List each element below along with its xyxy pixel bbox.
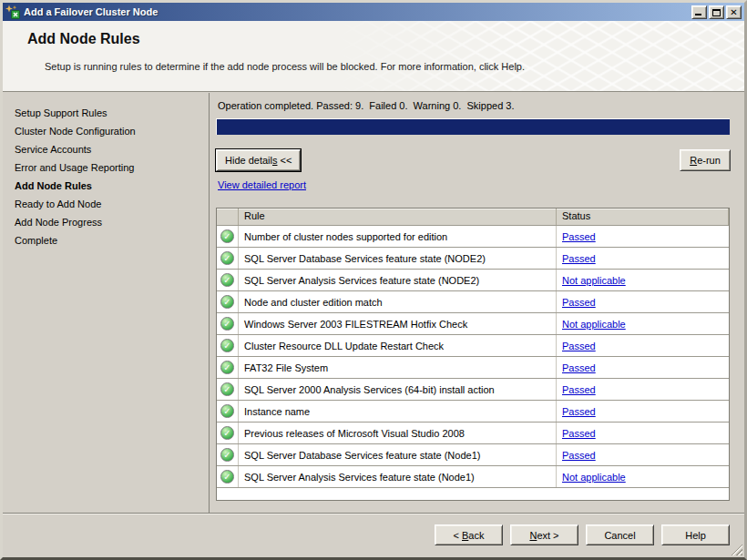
sidebar-step-item: Add Node Progress <box>15 213 209 231</box>
sidebar-step-label: Service Accounts <box>15 144 91 155</box>
sidebar-step-item: Complete <box>15 231 209 249</box>
sidebar-step-label: Complete <box>15 235 57 246</box>
rule-name-cell: Previous releases of Microsoft Visual St… <box>239 423 557 443</box>
sidebar-step-label: Setup Support Rules <box>15 107 107 118</box>
column-header-rule: Rule <box>239 209 557 225</box>
rule-name-cell: SQL Server Analysis Services feature sta… <box>239 466 557 487</box>
status-link[interactable]: Passed <box>562 253 596 264</box>
status-link[interactable]: Passed <box>562 297 596 308</box>
page-header: Add Node Rules Setup is running rules to… <box>3 21 744 92</box>
progress-bar <box>216 118 730 135</box>
hide-details-button[interactable]: Hide details << <box>216 149 301 171</box>
rules-content: Operation completed. Passed: 9. Failed 0… <box>216 93 731 513</box>
sidebar-step-label: Ready to Add Node <box>15 199 101 209</box>
rule-icon-cell <box>217 226 239 247</box>
status-link[interactable]: Not applicable <box>562 472 626 483</box>
next-button[interactable]: Next > <box>510 524 578 545</box>
minimize-button[interactable] <box>691 5 707 19</box>
table-header-row: Rule Status <box>217 209 729 226</box>
sidebar-step-item: Service Accounts <box>15 140 209 158</box>
rule-icon-cell <box>217 335 239 356</box>
rule-icon-cell <box>217 248 239 269</box>
maximize-button[interactable] <box>709 5 724 19</box>
status-link[interactable]: Not applicable <box>562 319 626 330</box>
back-label-post: ack <box>468 530 484 541</box>
progress-bar-fill <box>217 119 730 135</box>
back-button[interactable]: < Back <box>435 524 503 545</box>
rules-table: Rule Status Number of cluster nodes supp… <box>216 208 730 501</box>
rule-name-cell: FAT32 File System <box>239 357 557 378</box>
table-row: Cluster Resource DLL Update Restart Chec… <box>217 335 729 357</box>
footer-bar: < Back Next > Cancel Help <box>3 513 744 557</box>
table-body: Number of cluster nodes supported for ed… <box>217 226 729 488</box>
resize-grip[interactable] <box>731 544 742 555</box>
passed-icon <box>220 404 234 418</box>
maximize-icon <box>712 9 721 16</box>
table-row: Instance name Passed <box>217 401 729 423</box>
window-title: Add a Failover Cluster Node <box>24 6 691 17</box>
rule-name-cell: Node and cluster edition match <box>239 291 557 312</box>
column-header-status: Status <box>557 209 729 225</box>
passed-icon <box>220 251 234 265</box>
rule-status-cell: Passed <box>557 444 729 465</box>
rerun-label-post: e-run <box>697 155 721 166</box>
table-row: SQL Server Analysis Services feature sta… <box>217 466 729 488</box>
table-row: Windows Server 2003 FILESTREAM Hotfix Ch… <box>217 313 729 335</box>
passed-icon <box>220 448 234 462</box>
rule-status-cell: Not applicable <box>557 466 729 487</box>
wizard-body: Setup Support Rules Cluster Node Configu… <box>3 93 744 513</box>
status-link[interactable]: Passed <box>562 362 596 373</box>
passed-icon <box>220 273 234 287</box>
rule-icon-cell <box>217 313 239 334</box>
sidebar-step-item: Add Node Rules <box>15 177 209 195</box>
rule-status-cell: Passed <box>557 357 729 378</box>
hide-details-label-pre: Hide detail <box>225 155 272 166</box>
passed-icon <box>220 339 234 352</box>
page-subtitle: Setup is running rules to determine if t… <box>45 61 525 72</box>
table-row: SQL Server Analysis Services feature sta… <box>217 270 729 291</box>
rule-name-cell: SQL Server 2000 Analysis Services (64-bi… <box>239 379 557 400</box>
status-link[interactable]: Passed <box>562 231 596 242</box>
sidebar-step-item: Error and Usage Reporting <box>15 158 209 177</box>
rule-icon-cell <box>217 423 239 443</box>
status-link[interactable]: Passed <box>562 428 596 439</box>
status-link[interactable]: Passed <box>562 406 596 417</box>
table-row: FAT32 File System Passed <box>217 357 729 379</box>
table-row: Node and cluster edition match Passed <box>217 291 729 313</box>
decorative-mesh <box>325 21 744 92</box>
rule-status-cell: Passed <box>557 248 729 269</box>
close-button[interactable] <box>726 5 742 19</box>
table-row: SQL Server Database Services feature sta… <box>217 248 729 270</box>
sidebar-step-item: Cluster Node Configuration <box>15 122 209 140</box>
rule-status-cell: Passed <box>557 226 729 247</box>
view-detailed-report-link[interactable]: View detailed report <box>218 179 306 190</box>
cancel-button[interactable]: Cancel <box>586 524 654 545</box>
sidebar-step-item: Setup Support Rules <box>15 104 209 122</box>
help-button[interactable]: Help <box>661 524 730 545</box>
rule-icon-cell <box>217 291 239 312</box>
status-link[interactable]: Passed <box>562 341 596 351</box>
rule-icon-cell <box>217 401 239 422</box>
passed-icon <box>220 317 234 331</box>
wizard-window: Add a Failover Cluster Node Add Node Rul… <box>0 0 747 560</box>
rerun-button[interactable]: Re-run <box>680 149 731 171</box>
rule-name-cell: Windows Server 2003 FILESTREAM Hotfix Ch… <box>239 313 557 334</box>
rule-icon-cell <box>217 270 239 290</box>
passed-icon <box>220 470 234 484</box>
table-row: SQL Server 2000 Analysis Services (64-bi… <box>217 379 729 401</box>
rule-status-cell: Passed <box>557 291 729 312</box>
title-bar[interactable]: Add a Failover Cluster Node <box>3 3 744 21</box>
table-row: SQL Server Database Services feature sta… <box>217 444 729 466</box>
status-link[interactable]: Passed <box>562 450 596 461</box>
back-label-pre: < <box>454 530 462 541</box>
rule-icon-cell <box>217 357 239 378</box>
table-row: Number of cluster nodes supported for ed… <box>217 226 729 248</box>
status-link[interactable]: Not applicable <box>562 275 626 286</box>
status-link[interactable]: Passed <box>562 384 596 395</box>
setup-app-icon <box>5 5 20 19</box>
rule-name-cell: SQL Server Analysis Services feature sta… <box>239 270 557 290</box>
rerun-label-accel: R <box>690 155 697 166</box>
wizard-steps-sidebar: Setup Support Rules Cluster Node Configu… <box>3 93 210 513</box>
rule-status-cell: Not applicable <box>557 270 729 290</box>
sidebar-step-label: Error and Usage Reporting <box>15 162 134 173</box>
